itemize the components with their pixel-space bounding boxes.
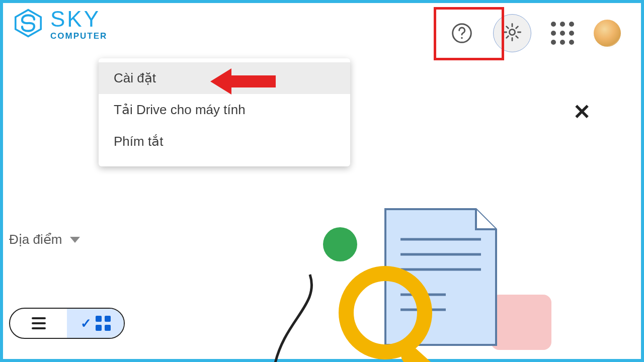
grid-view-button[interactable]: ✓ — [67, 309, 124, 338]
menu-item-shortcuts[interactable]: Phím tắt — [99, 126, 350, 157]
close-icon[interactable]: ✕ — [573, 100, 591, 124]
svg-point-10 — [323, 227, 357, 261]
red-arrow-annotation — [210, 66, 276, 97]
svg-point-11 — [346, 274, 425, 352]
apps-grid-icon[interactable] — [548, 19, 577, 47]
svg-rect-4 — [491, 295, 551, 350]
topbar — [448, 14, 621, 52]
svg-rect-12 — [397, 343, 454, 362]
list-view-icon — [32, 317, 46, 329]
brand-logo: SKY COMPUTER — [13, 8, 107, 40]
filter-location-label: Địa điểm — [9, 232, 62, 247]
help-icon[interactable] — [448, 19, 476, 47]
filter-location[interactable]: Địa điểm — [9, 232, 80, 247]
logo-text-sky: SKY — [50, 8, 107, 30]
gear-icon — [502, 22, 523, 45]
check-icon: ✓ — [80, 316, 92, 331]
logo-text-sub: COMPUTER — [50, 32, 107, 40]
user-avatar[interactable] — [594, 20, 621, 47]
svg-point-2 — [509, 29, 515, 35]
list-view-button[interactable] — [10, 309, 67, 338]
svg-marker-3 — [210, 68, 276, 95]
menu-item-download-drive[interactable]: Tải Drive cho máy tính — [99, 94, 350, 126]
grid-view-icon — [96, 316, 111, 331]
svg-point-1 — [461, 37, 463, 39]
view-toggle: ✓ — [9, 308, 125, 339]
empty-state-illustration — [255, 194, 577, 362]
chevron-down-icon — [70, 237, 80, 243]
logo-mark-icon — [13, 8, 43, 40]
settings-button[interactable] — [493, 14, 531, 52]
app-frame: SKY COMPUTER Cài đặt — [3, 3, 641, 359]
